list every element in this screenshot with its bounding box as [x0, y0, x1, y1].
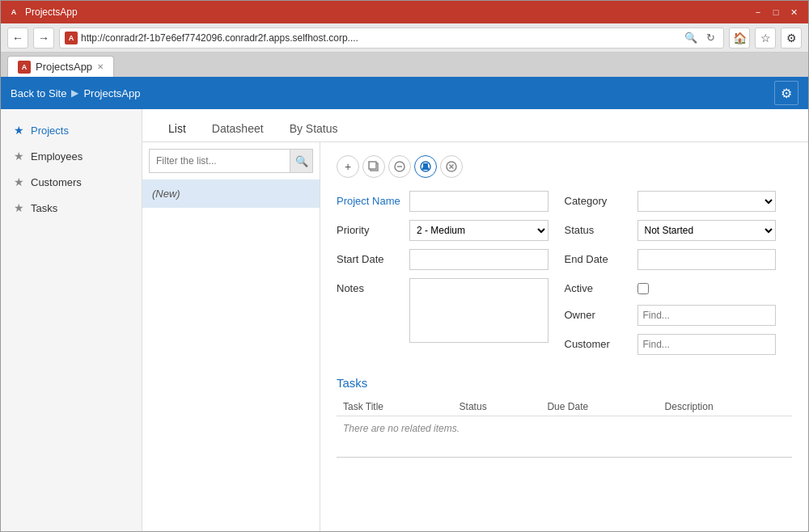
star-icon-tasks: ★: [14, 201, 24, 214]
window-controls: − □ ✕: [750, 5, 802, 19]
list-panel: 🔍 (New): [142, 142, 320, 531]
svg-rect-1: [369, 162, 376, 169]
browser-app-icon: A: [65, 32, 78, 44]
customer-control: [637, 334, 777, 355]
star-icon-employees: ★: [14, 150, 24, 163]
status-row: Status Not Started In Progress Completed…: [565, 220, 777, 241]
search-bar: 🔍: [149, 149, 313, 173]
project-name-input[interactable]: [409, 191, 549, 212]
list-item-new[interactable]: (New): [142, 179, 320, 208]
svg-rect-6: [422, 167, 429, 170]
save-button[interactable]: [414, 155, 437, 178]
add-button[interactable]: +: [337, 155, 359, 178]
category-row: Category: [565, 191, 777, 212]
form-section-left: Project Name Priority 1 - High: [337, 191, 565, 363]
category-label: Category: [565, 191, 637, 207]
tab-icon: A: [18, 61, 31, 74]
sidebar-item-tasks[interactable]: ★ Tasks: [1, 195, 142, 221]
main-layout: ★ Projects ★ Employees ★ Customers ★ Tas…: [1, 109, 808, 531]
tab-title: ProjectsApp: [36, 61, 92, 73]
col-task-title: Task Title: [337, 398, 453, 416]
start-date-row: Start Date: [337, 249, 549, 270]
browser-bar: ← → A http://conradr2f-1b7e6ef7742096.co…: [1, 23, 808, 53]
notes-textarea[interactable]: [409, 278, 549, 343]
tasks-title: Tasks: [337, 376, 792, 390]
sidebar-item-employees[interactable]: ★ Employees: [1, 143, 142, 169]
refresh-icon[interactable]: ↻: [702, 30, 718, 46]
search-button[interactable]: 🔍: [290, 150, 312, 172]
cancel-icon: [446, 161, 457, 172]
priority-label: Priority: [337, 220, 409, 236]
sidebar-label-tasks: Tasks: [31, 202, 57, 214]
view-tabs: List Datasheet By Status: [142, 109, 808, 142]
active-control: [637, 278, 777, 297]
start-date-input[interactable]: [409, 249, 549, 270]
url-text: http://conradr2f-1b7e6ef7742096.conradr2…: [81, 32, 680, 44]
no-items-text: There are no related items.: [337, 416, 792, 441]
search-browser-icon[interactable]: 🔍: [683, 30, 699, 46]
title-bar: A ProjectsApp − □ ✕: [1, 1, 808, 23]
app-icon: A: [7, 6, 20, 19]
sidebar-label-employees: Employees: [31, 150, 83, 163]
top-nav: Back to Site ▶ ProjectsApp ⚙: [1, 77, 808, 109]
priority-control: 1 - High 2 - Medium 3 - Low: [409, 220, 549, 241]
sidebar-label-customers: Customers: [31, 176, 82, 188]
settings-nav-button[interactable]: ⚙: [781, 27, 802, 49]
sidebar-item-projects[interactable]: ★ Projects: [1, 117, 142, 143]
tasks-header-row: Task Title Status Due Date Description: [337, 398, 792, 416]
status-control: Not Started In Progress Completed Deferr…: [637, 220, 777, 241]
owner-input[interactable]: [637, 305, 777, 326]
sidebar: ★ Projects ★ Employees ★ Customers ★ Tas…: [1, 109, 142, 531]
notes-label: Notes: [337, 278, 409, 294]
star-icon-customers: ★: [14, 175, 24, 188]
back-to-site-link[interactable]: Back to Site: [11, 87, 66, 99]
end-date-input[interactable]: [637, 249, 777, 270]
forward-button[interactable]: →: [33, 27, 54, 49]
tab-close-button[interactable]: ✕: [97, 62, 104, 71]
home-button[interactable]: 🏠: [729, 27, 750, 49]
customer-input[interactable]: [637, 334, 777, 355]
active-row: Active: [565, 278, 777, 297]
app-name-label: ProjectsApp: [83, 87, 140, 99]
tab-datasheet[interactable]: Datasheet: [199, 117, 277, 142]
breadcrumb: Back to Site ▶ ProjectsApp: [11, 87, 140, 99]
address-icons: 🔍 ↻: [683, 30, 718, 46]
form-section-right: Category Status: [565, 191, 793, 363]
close-button[interactable]: ✕: [786, 5, 802, 19]
end-date-row: End Date: [565, 249, 777, 270]
cancel-button[interactable]: [440, 155, 463, 178]
copy-icon: [368, 161, 379, 172]
active-checkbox[interactable]: [637, 283, 649, 294]
tab-bystatus[interactable]: By Status: [277, 117, 351, 142]
tasks-table: Task Title Status Due Date Description T…: [337, 398, 792, 441]
tab-list[interactable]: List: [155, 117, 199, 142]
edit-button[interactable]: [388, 155, 411, 178]
priority-select[interactable]: 1 - High 2 - Medium 3 - Low: [409, 220, 549, 241]
owner-control: [637, 305, 777, 326]
owner-label: Owner: [565, 305, 637, 321]
status-select[interactable]: Not Started In Progress Completed Deferr…: [637, 220, 777, 241]
end-date-label: End Date: [565, 249, 637, 265]
notes-control: [409, 278, 549, 345]
favorites-button[interactable]: ☆: [755, 27, 776, 49]
project-name-label: Project Name: [337, 191, 409, 207]
sidebar-item-customers[interactable]: ★ Customers: [1, 169, 142, 195]
svg-rect-5: [423, 163, 428, 167]
back-button[interactable]: ←: [7, 27, 28, 49]
search-input[interactable]: [150, 151, 290, 171]
minimize-button[interactable]: −: [750, 5, 766, 19]
settings-icon-button[interactable]: ⚙: [774, 81, 798, 105]
maximize-button[interactable]: □: [768, 5, 784, 19]
owner-row: Owner: [565, 305, 777, 326]
category-select[interactable]: [637, 191, 777, 212]
tasks-table-body: There are no related items.: [337, 416, 792, 441]
edit-icon: [394, 161, 405, 172]
notes-row: Notes: [337, 278, 549, 345]
browser-tab[interactable]: A ProjectsApp ✕: [7, 56, 114, 77]
col-description: Description: [659, 398, 792, 416]
start-date-control: [409, 249, 549, 270]
copy-button[interactable]: [362, 155, 385, 178]
bottom-border: [337, 457, 792, 458]
col-due-date: Due Date: [540, 398, 658, 416]
status-label: Status: [565, 220, 637, 236]
